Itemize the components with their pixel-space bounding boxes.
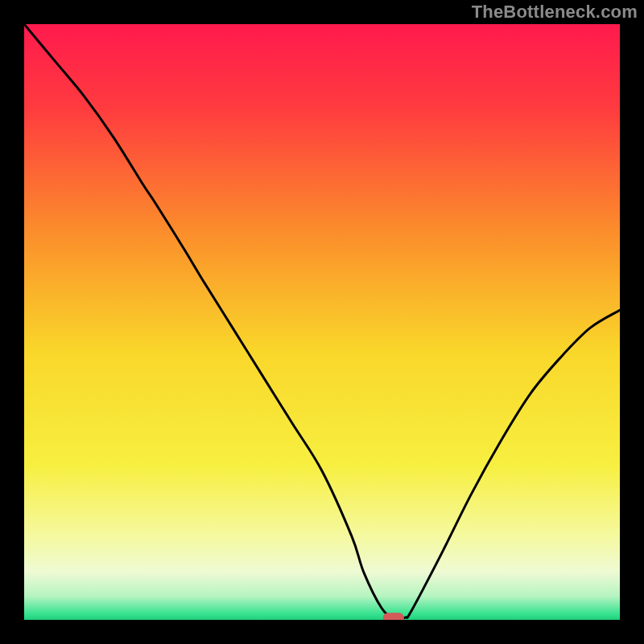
optimal-marker [383,613,404,620]
chart-frame: TheBottleneck.com [0,0,644,644]
bottleneck-chart [24,24,620,620]
watermark-text: TheBottleneck.com [472,2,638,23]
chart-background [24,24,620,620]
